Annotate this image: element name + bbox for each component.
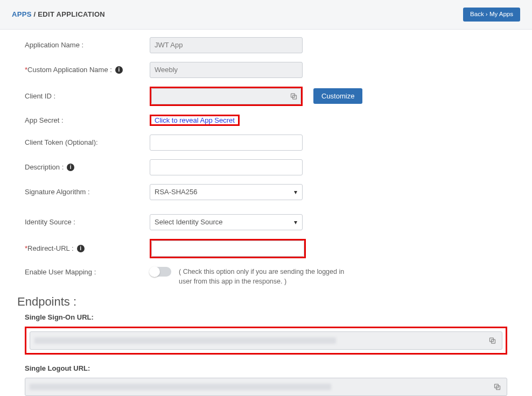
row-app-secret: App Secret : Click to reveal App Secret bbox=[25, 115, 507, 126]
label-enable-user-mapping: Enable User Mapping : bbox=[25, 267, 150, 276]
sso-url-value bbox=[34, 337, 336, 344]
identity-source-select-wrap bbox=[150, 214, 303, 230]
row-signature-algorithm: Signature Algorithm : bbox=[25, 184, 507, 200]
client-token-input[interactable] bbox=[150, 135, 303, 151]
row-application-name: Application Name : bbox=[25, 37, 507, 53]
info-icon[interactable]: i bbox=[67, 164, 74, 171]
row-custom-app-name: *Custom Application Name : i bbox=[25, 62, 507, 78]
info-icon[interactable]: i bbox=[77, 245, 85, 252]
row-description: Description : i bbox=[25, 159, 507, 175]
redirect-url-input[interactable] bbox=[151, 241, 304, 257]
highlight-redirect-url bbox=[150, 239, 306, 258]
row-enable-user-mapping: Enable User Mapping : ( Check this optio… bbox=[25, 267, 507, 286]
signature-algorithm-select-wrap bbox=[150, 184, 303, 200]
label-identity-source: Identity Source : bbox=[25, 218, 150, 226]
row-client-id: Client ID : Customize bbox=[25, 87, 507, 106]
endpoints-heading: Endpoints : bbox=[17, 295, 507, 309]
label-application-name: Application Name : bbox=[25, 41, 150, 49]
back-my-apps-label: Back › My Apps bbox=[470, 11, 513, 18]
reveal-app-secret-link[interactable]: Click to reveal App Secret bbox=[151, 114, 238, 126]
client-id-field bbox=[151, 88, 301, 104]
breadcrumb: APPS / EDIT APPLICATION bbox=[12, 10, 105, 18]
description-input[interactable] bbox=[150, 159, 303, 175]
label-app-secret: App Secret : bbox=[25, 116, 150, 124]
back-my-apps-button[interactable]: Back › My Apps bbox=[463, 8, 520, 22]
application-name-input bbox=[150, 37, 303, 53]
slo-url-value bbox=[30, 384, 331, 390]
label-custom-app-name-text: Custom Application Name : bbox=[27, 66, 112, 74]
top-bar: APPS / EDIT APPLICATION Back › My Apps bbox=[0, 0, 532, 30]
copy-icon[interactable] bbox=[488, 336, 496, 344]
breadcrumb-current: EDIT APPLICATION bbox=[38, 10, 105, 18]
row-client-token: Client Token (Optional): bbox=[25, 135, 507, 151]
endpoint-sso: Single Sign-On URL: bbox=[25, 313, 507, 355]
label-redirect-url: *Redirect-URL : i bbox=[25, 244, 150, 252]
label-custom-app-name: *Custom Application Name : i bbox=[25, 66, 150, 74]
enable-user-mapping-caption: ( Check this option only if you are send… bbox=[179, 267, 356, 286]
endpoint-slo: Single Logout URL: bbox=[25, 364, 507, 396]
highlight-sso-url bbox=[25, 327, 507, 355]
label-client-token: Client Token (Optional): bbox=[25, 138, 150, 146]
highlight-client-id bbox=[150, 87, 303, 106]
label-redirect-url-text: Redirect-URL : bbox=[27, 244, 73, 252]
copy-icon[interactable] bbox=[493, 383, 501, 391]
label-signature-algorithm: Signature Algorithm : bbox=[25, 188, 150, 196]
breadcrumb-apps-link[interactable]: APPS bbox=[12, 10, 32, 18]
identity-source-select[interactable] bbox=[150, 214, 303, 230]
row-redirect-url: *Redirect-URL : i bbox=[25, 239, 507, 258]
row-identity-source: Identity Source : bbox=[25, 214, 507, 230]
highlight-app-secret: Click to reveal App Secret bbox=[150, 115, 240, 126]
customize-button[interactable]: Customize bbox=[313, 88, 362, 104]
info-icon[interactable]: i bbox=[115, 66, 123, 74]
label-client-id: Client ID : bbox=[25, 92, 150, 100]
custom-app-name-input[interactable] bbox=[150, 62, 303, 78]
copy-icon[interactable] bbox=[290, 92, 298, 100]
enable-user-mapping-toggle[interactable] bbox=[150, 267, 171, 277]
slo-url-field bbox=[25, 378, 507, 396]
client-id-input bbox=[151, 88, 301, 104]
label-sso-url: Single Sign-On URL: bbox=[25, 313, 507, 321]
label-slo-url: Single Logout URL: bbox=[25, 364, 507, 372]
signature-algorithm-select[interactable] bbox=[150, 184, 303, 200]
label-description: Description : i bbox=[25, 163, 150, 171]
sso-url-field bbox=[30, 331, 502, 350]
label-description-text: Description : bbox=[25, 163, 64, 171]
form-area: Application Name : *Custom Application N… bbox=[0, 30, 532, 397]
